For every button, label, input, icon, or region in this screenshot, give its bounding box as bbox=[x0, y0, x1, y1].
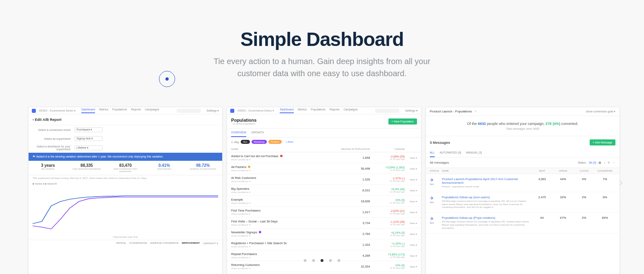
message-title[interactable]: Populations follow-up (Pops creators) bbox=[442, 216, 532, 220]
view-button[interactable]: View ▾ bbox=[405, 254, 417, 257]
form-select[interactable]: Signup test ▾ bbox=[74, 136, 103, 141]
population-name[interactable]: Returning Customers bbox=[231, 263, 335, 267]
show-conditions[interactable]: show conditions ▾ bbox=[231, 256, 335, 259]
view-button[interactable]: View ▾ bbox=[405, 265, 417, 268]
settings-menu[interactable]: Settings ▾ bbox=[206, 109, 219, 112]
population-change: +0% (0)vs 30 days ago bbox=[370, 199, 405, 204]
opens-pct: 44% bbox=[553, 177, 574, 181]
carousel-dot[interactable] bbox=[329, 259, 332, 262]
carousel-dot[interactable] bbox=[338, 259, 341, 262]
show-conditions[interactable]: show conditions ▾ bbox=[231, 234, 335, 237]
footer-metric[interactable]: CERTAINTY ▾ bbox=[203, 242, 218, 245]
archived-link[interactable]: 3 Archived populations ⊕ show ▾ bbox=[227, 272, 421, 274]
population-name[interactable]: First Time Purchasers bbox=[231, 209, 335, 212]
chip-marketing[interactable]: Marketing bbox=[252, 140, 267, 144]
sort-icon[interactable]: ↕ bbox=[604, 161, 605, 164]
population-count: 6,531 bbox=[335, 189, 370, 192]
footer-metric[interactable]: AVERAGE CONVERSION bbox=[150, 242, 179, 245]
settings-menu[interactable]: Settings ▾ bbox=[405, 109, 417, 112]
footer-metric[interactable]: PEOPLE bbox=[116, 242, 126, 245]
stat-value: 88,335 bbox=[69, 163, 104, 168]
winner-banner: ⚑ Variant A is the winning variation det… bbox=[29, 153, 222, 161]
nav-tab-reports[interactable]: Reports bbox=[330, 108, 340, 113]
logo-icon[interactable] bbox=[32, 109, 36, 113]
subtab-growth[interactable]: GROWTH bbox=[251, 129, 264, 137]
carousel-dot[interactable] bbox=[321, 259, 324, 262]
show-conditions[interactable]: show conditions ▾ bbox=[231, 191, 335, 193]
message-title[interactable]: Populations follow-up (non-users) bbox=[442, 195, 532, 199]
add-message-button[interactable]: + Add Message bbox=[590, 139, 615, 145]
edit-icon[interactable]: ✎ bbox=[475, 110, 477, 113]
pulse-indicator[interactable] bbox=[159, 71, 175, 87]
new-population-button[interactable]: + New Population bbox=[388, 118, 417, 125]
nav-tab-dashboard[interactable]: Dashboard bbox=[280, 108, 293, 113]
msg-tab[interactable]: MANUAL (3) bbox=[466, 149, 482, 157]
show-conditions[interactable]: show conditions ▾ bbox=[231, 245, 335, 248]
search-input[interactable] bbox=[177, 109, 201, 113]
nav-tab-campaigns[interactable]: Campaigns bbox=[145, 108, 159, 113]
campaign-card: Product Launch - Populations ✎ show conv… bbox=[425, 107, 620, 274]
population-name[interactable]: First Visits – Social – Last 30 Days bbox=[231, 220, 335, 223]
nav-tab-metrics[interactable]: Metrics bbox=[99, 108, 108, 113]
population-name[interactable]: Added to Cart but did not Purchase bbox=[231, 154, 335, 158]
show-conditions[interactable]: show conditions ▾ bbox=[231, 267, 335, 270]
nav-tab-populations[interactable]: Populations bbox=[311, 108, 326, 113]
show-conditions[interactable]: show conditions ▾ bbox=[231, 201, 335, 204]
show-conditions[interactable]: show conditions ▾ bbox=[231, 169, 335, 172]
chip-all[interactable]: ALL bbox=[241, 140, 250, 144]
message-title[interactable]: Product Launch-Populations April 2017-Km… bbox=[442, 177, 532, 185]
population-count: 4,289 bbox=[335, 254, 370, 257]
population-change: +1.65% (-)vs 30 days ago bbox=[370, 242, 405, 247]
view-button[interactable]: View ▾ bbox=[405, 189, 417, 192]
show-conditions[interactable]: show conditions ▾ bbox=[231, 212, 335, 215]
show-conditions[interactable]: show conditions ▾ bbox=[231, 180, 335, 183]
nav-tab-reports[interactable]: Reports bbox=[131, 108, 141, 113]
view-button[interactable]: View ▾ bbox=[405, 232, 417, 235]
form-select[interactable]: Lifetime ▾ bbox=[74, 145, 103, 150]
carousel-next-icon[interactable]: › bbox=[617, 174, 625, 190]
grid-icon[interactable]: ▦ bbox=[599, 161, 601, 164]
carousel-dot[interactable] bbox=[312, 259, 315, 262]
conversion-goal-toggle[interactable]: show conversion goal ▾ bbox=[586, 110, 615, 113]
chip-product[interactable]: Product bbox=[268, 140, 282, 144]
show-conditions[interactable]: show conditions ▾ bbox=[231, 223, 335, 226]
col-msgname: NAME bbox=[442, 170, 532, 172]
x-axis-label: Improvement over time bbox=[29, 234, 222, 240]
logo-icon[interactable] bbox=[230, 109, 234, 113]
msg-tab[interactable]: ALL bbox=[430, 149, 435, 157]
view-button[interactable]: View ▾ bbox=[405, 167, 417, 170]
view-button[interactable]: View ▾ bbox=[405, 211, 417, 214]
breadcrumb[interactable]: DEMO - Ecommerce Demo ▾ bbox=[39, 109, 76, 112]
refresh-icon[interactable]: ↻ bbox=[608, 161, 610, 164]
view-button[interactable]: View ▾ bbox=[405, 178, 417, 181]
population-name[interactable]: At Risk Customers bbox=[231, 176, 335, 180]
form-select[interactable]: Purchased ▾ bbox=[74, 127, 103, 132]
stat-label: total observed participants bbox=[69, 168, 104, 170]
nav-tab-campaigns[interactable]: Campaigns bbox=[343, 108, 357, 113]
msg-tab[interactable]: AUTOMATED (0) bbox=[440, 149, 461, 157]
footer-metric[interactable]: IMPROVEMENT bbox=[182, 242, 200, 245]
population-name[interactable]: Big Spenders bbox=[231, 187, 335, 191]
carousel-dot[interactable] bbox=[304, 259, 307, 262]
status-filter[interactable]: All (3) bbox=[589, 161, 596, 164]
show-conditions[interactable]: show conditions ▾ bbox=[231, 158, 335, 161]
nav-tab-dashboard[interactable]: Dashboard bbox=[81, 108, 95, 113]
filter-icon[interactable]: ⋮ bbox=[613, 161, 615, 164]
population-name[interactable]: Example bbox=[231, 198, 335, 201]
view-button[interactable]: View ▾ bbox=[405, 243, 417, 246]
view-button[interactable]: View ▾ bbox=[405, 222, 417, 224]
nav-tab-metrics[interactable]: Metrics bbox=[298, 108, 307, 113]
population-name[interactable]: Repeat Purchasers bbox=[231, 252, 335, 256]
breadcrumb[interactable]: DEMO - Ecommerce Demo ▾ bbox=[237, 109, 274, 112]
population-name[interactable]: All Pashers bbox=[231, 165, 335, 169]
footer-metric[interactable]: CONVERSIONS bbox=[129, 242, 147, 245]
chip-more[interactable]: + More bbox=[283, 140, 296, 144]
population-name[interactable]: Newsletter Signups bbox=[231, 230, 335, 234]
subtab-overview[interactable]: OVERVIEW bbox=[231, 129, 246, 137]
population-name[interactable]: Registered + Purchased + Site Search 5x bbox=[231, 241, 335, 245]
view-button[interactable]: View ▾ bbox=[405, 200, 417, 203]
nav-tab-populations[interactable]: Populations bbox=[112, 108, 127, 113]
search-input[interactable] bbox=[375, 109, 399, 113]
view-button[interactable]: View ▾ bbox=[405, 156, 417, 159]
message-desc: KM Message received where Km message id … bbox=[442, 220, 532, 230]
